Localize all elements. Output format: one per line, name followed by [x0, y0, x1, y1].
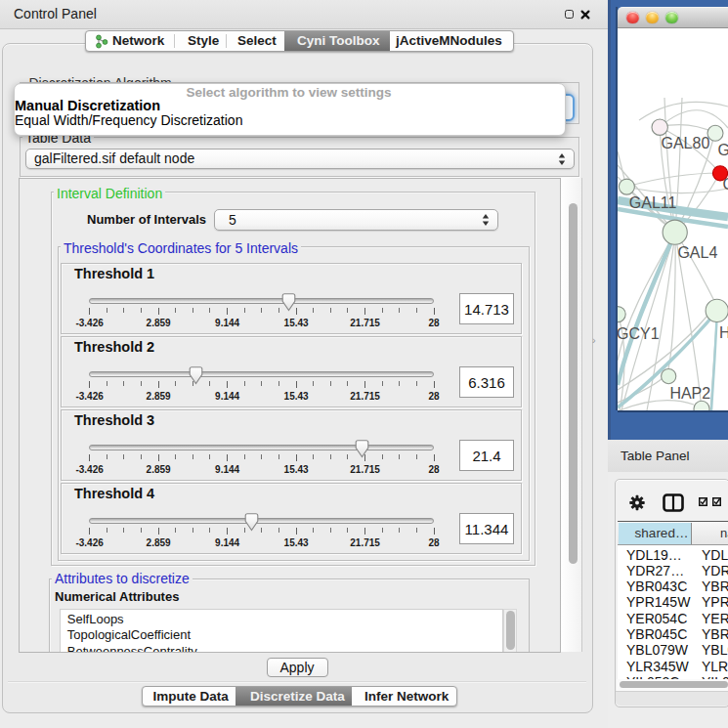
svg-text:GAL4: GAL4: [677, 243, 717, 260]
svg-text:GAL11: GAL11: [629, 193, 677, 210]
svg-text:GA: GA: [718, 141, 728, 157]
svg-text:GAL80: GAL80: [662, 135, 710, 151]
svg-text:GCY1: GCY1: [618, 324, 660, 341]
svg-text:HAP2: HAP2: [669, 385, 710, 402]
svg-text:CA: CA: [723, 175, 728, 192]
svg-text:H: H: [719, 323, 728, 340]
